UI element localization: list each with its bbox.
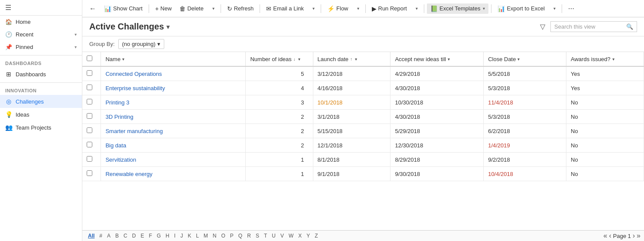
col-close-header[interactable]: Close Date ▾: [484, 52, 566, 66]
alpha-nav-v[interactable]: V: [278, 232, 286, 240]
email-link-button[interactable]: ✉ Email a Link: [263, 3, 307, 14]
alpha-nav-c[interactable]: C: [121, 232, 130, 240]
toolbar: ← 📊 Show Chart + New 🗑 Delete ▾ ↻ Refres…: [82, 0, 644, 17]
row-launch: 4/16/2018: [313, 81, 390, 95]
row-launch: 3/1/2018: [313, 110, 390, 124]
row-close: 9/2/2018: [484, 153, 566, 167]
groupby-select[interactable]: (no grouping) ▾: [118, 39, 164, 49]
sidebar-item-dashboards[interactable]: ⊞ Dashboards: [0, 68, 82, 81]
row-name[interactable]: 3D Printing: [101, 110, 246, 124]
row-accept: 12/30/2018: [390, 138, 484, 153]
alpha-nav-r[interactable]: R: [245, 232, 253, 240]
alpha-nav-t[interactable]: T: [262, 232, 269, 240]
row-name[interactable]: Connected Operations: [101, 66, 246, 81]
row-name[interactable]: Enterprise sustainability: [101, 81, 246, 95]
flow-button[interactable]: ⚡ Flow: [324, 3, 351, 14]
alpha-nav-z[interactable]: Z: [312, 232, 320, 240]
row-checkbox[interactable]: [87, 156, 92, 162]
new-button[interactable]: + New: [152, 3, 175, 14]
run-report-button[interactable]: ▶ Run Report: [368, 3, 410, 14]
alpha-nav-o[interactable]: O: [219, 232, 228, 240]
row-name[interactable]: Servitization: [101, 153, 246, 167]
alpha-nav-p[interactable]: P: [228, 232, 236, 240]
col-launch-header[interactable]: Launch date ↑ ▾: [313, 52, 390, 66]
show-chart-button[interactable]: 📊 Show Chart: [101, 3, 146, 14]
row-checkbox[interactable]: [87, 99, 92, 104]
prev-page-button[interactable]: ‹: [609, 232, 611, 240]
col-name-header[interactable]: Name ▾: [101, 52, 246, 66]
sidebar-item-challenges[interactable]: ◎ Challenges: [0, 95, 82, 108]
alpha-nav-x[interactable]: X: [296, 232, 304, 240]
refresh-button[interactable]: ↻ Refresh: [224, 3, 257, 14]
row-name[interactable]: Printing 3: [101, 95, 246, 110]
alpha-nav-n[interactable]: N: [211, 232, 219, 240]
separator-4: [321, 4, 321, 13]
more-options-2-button[interactable]: ▾: [308, 4, 318, 13]
row-name[interactable]: Big data: [101, 138, 246, 153]
row-launch: 9/1/2018: [313, 167, 390, 181]
alpha-nav-b[interactable]: B: [113, 232, 121, 240]
delete-button[interactable]: 🗑 Delete: [176, 3, 207, 14]
alpha-nav-j[interactable]: J: [178, 232, 185, 240]
row-checkbox[interactable]: [87, 70, 92, 76]
excel-templates-chevron-icon: ▾: [483, 6, 485, 11]
search-icon[interactable]: 🔍: [626, 23, 633, 30]
filter-icon[interactable]: ▽: [538, 21, 547, 33]
flow-chevron-button[interactable]: ▾: [353, 4, 363, 13]
view-title[interactable]: Active Challenges ▾: [89, 22, 169, 32]
alpha-nav-u[interactable]: U: [270, 232, 278, 240]
row-name[interactable]: Renewable energy: [101, 167, 246, 181]
excel-templates-button[interactable]: 📗 Excel Templates ▾: [427, 3, 488, 14]
last-page-button[interactable]: »: [637, 232, 641, 240]
alpha-nav-q[interactable]: Q: [236, 232, 244, 240]
alpha-nav-a[interactable]: A: [105, 232, 113, 240]
alpha-nav-g[interactable]: G: [155, 232, 163, 240]
row-checkbox[interactable]: [87, 170, 92, 176]
run-report-chevron-button[interactable]: ▾: [411, 4, 421, 13]
more-options-1-button[interactable]: ▾: [208, 4, 218, 13]
export-chevron-button[interactable]: ▾: [549, 4, 559, 13]
refresh-icon: ↻: [227, 5, 232, 12]
hamburger-icon[interactable]: ☰: [5, 3, 11, 12]
table-row: Printing 3310/1/201810/30/201811/4/2018N…: [82, 95, 644, 110]
sidebar-item-team-projects[interactable]: 👥 Team Projects: [0, 121, 82, 134]
alpha-nav-l[interactable]: L: [194, 232, 201, 240]
alpha-nav-#[interactable]: #: [97, 232, 104, 240]
row-name[interactable]: Smarter manufacturing: [101, 124, 246, 138]
search-input[interactable]: [554, 23, 624, 30]
sidebar-item-recent[interactable]: 🕐 Recent ▾: [0, 28, 82, 41]
close-sort-icon: ▾: [517, 57, 520, 62]
row-checkbox[interactable]: [87, 142, 92, 147]
col-ideas-header[interactable]: Number of ideas ↓ ▾: [246, 52, 313, 66]
alpha-nav-k[interactable]: K: [185, 232, 193, 240]
col-accept-header[interactable]: Accept new ideas till ▾: [390, 52, 484, 66]
sidebar-item-home[interactable]: 🏠 Home: [0, 16, 82, 28]
row-checkbox[interactable]: [87, 127, 92, 133]
alpha-nav-s[interactable]: S: [254, 232, 261, 240]
col-awards-header[interactable]: Awards issued? ▾: [566, 52, 644, 66]
row-checkbox[interactable]: [87, 85, 92, 90]
alpha-nav-y[interactable]: Y: [304, 232, 312, 240]
next-page-button[interactable]: ›: [633, 232, 635, 240]
separator-8: [562, 4, 562, 13]
row-checkbox[interactable]: [87, 113, 92, 119]
sidebar-item-ideas[interactable]: 💡 Ideas: [0, 108, 82, 121]
row-awards: No: [566, 153, 644, 167]
alpha-nav-i[interactable]: I: [172, 232, 178, 240]
sidebar-item-pinned[interactable]: 📌 Pinned ▾: [0, 41, 82, 53]
alpha-nav-h[interactable]: H: [163, 232, 172, 240]
alpha-nav-w[interactable]: W: [286, 232, 296, 240]
more-options-1-icon: ▾: [212, 6, 215, 11]
back-button[interactable]: ←: [86, 3, 100, 14]
alpha-nav-all[interactable]: All: [86, 232, 97, 240]
alpha-nav-d[interactable]: D: [130, 232, 138, 240]
row-awards: No: [566, 95, 644, 110]
alpha-nav-m[interactable]: M: [202, 232, 210, 240]
first-page-button[interactable]: «: [603, 232, 607, 240]
export-excel-button[interactable]: 📊 Export to Excel: [494, 3, 548, 14]
sidebar-ideas-label: Ideas: [16, 111, 29, 118]
select-all-checkbox[interactable]: [87, 55, 92, 61]
alpha-nav-e[interactable]: E: [138, 232, 146, 240]
more-options-3-button[interactable]: ⋯: [565, 3, 578, 14]
alpha-nav-f[interactable]: F: [146, 232, 154, 240]
